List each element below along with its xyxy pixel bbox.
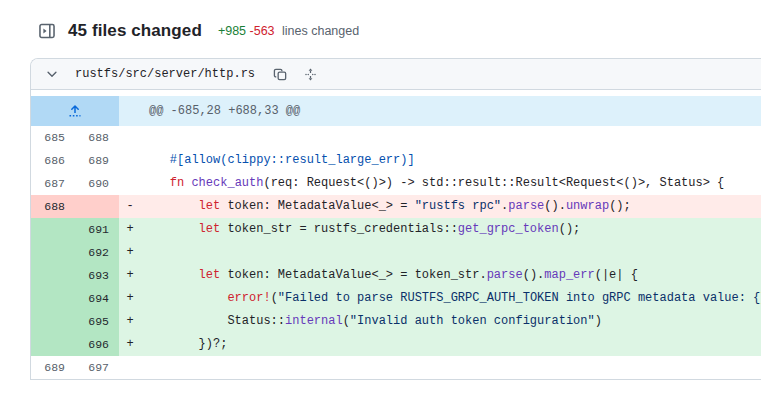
files-changed-title: 45 files changed [68, 21, 202, 41]
new-line-number[interactable]: 688 [75, 126, 119, 149]
new-line-number[interactable]: 689 [75, 149, 119, 172]
diff-rows: 685688686689 #[allow(clippy::result_larg… [31, 126, 761, 379]
new-line-number[interactable]: 692 [75, 241, 119, 264]
code-line: fn check_auth(req: Request<()>) -> std::… [141, 172, 761, 195]
old-line-number[interactable]: 685 [31, 126, 75, 149]
diff-marker: - [119, 195, 141, 218]
new-line-number[interactable]: 694 [75, 287, 119, 310]
diff-marker [119, 172, 141, 195]
diff-marker [119, 356, 141, 379]
code-line: let token: MetadataValue<_> = token_str.… [141, 264, 761, 287]
code-token: "rustfs rpc" [415, 199, 501, 213]
code-token: fn [170, 176, 184, 190]
diff-marker: + [119, 241, 141, 264]
code-token: token: MetadataValue<_> = [220, 199, 414, 213]
code-token: (); [609, 199, 631, 213]
code-token [141, 291, 227, 305]
old-line-number[interactable] [31, 333, 75, 356]
expand-hunk-button[interactable] [31, 96, 119, 126]
code-token: map_err [544, 268, 594, 282]
deletions-count: -563 [250, 24, 275, 38]
hunk-header-text: @@ -685,28 +688,33 @@ [119, 96, 761, 126]
diff-row: 692+ [31, 241, 761, 264]
new-line-number[interactable] [75, 195, 119, 218]
old-line-number[interactable] [31, 287, 75, 310]
new-line-number[interactable]: 690 [75, 172, 119, 195]
diff-row: 689697 [31, 356, 761, 379]
code-token: (|e| { [595, 268, 638, 282]
drag-handle-icon [303, 67, 318, 82]
old-line-number[interactable]: 686 [31, 149, 75, 172]
diff-marker: + [119, 287, 141, 310]
copy-icon [273, 67, 288, 82]
new-line-number[interactable]: 697 [75, 356, 119, 379]
hunk-header-row: @@ -685,28 +688,33 @@ [31, 96, 761, 126]
old-line-number[interactable] [31, 241, 75, 264]
code-token: parse [508, 199, 544, 213]
code-token: token_str = rustfs_credentials:: [220, 222, 458, 236]
code-line: #[allow(clippy::result_large_err)] [141, 149, 761, 172]
code-token: parse [487, 268, 523, 282]
diff-marker [119, 149, 141, 172]
file-diff-panel: rustfs/src/server/http.rs [30, 58, 761, 380]
code-line [141, 126, 761, 149]
code-token: Status:: [141, 314, 285, 328]
code-token: "Failed to parse RUSTFS_GRPC_AUTH_TOKEN … [278, 291, 761, 305]
code-token: internal [285, 314, 343, 328]
diff-summary-header: 45 files changed +985 -563 lines changed [0, 0, 761, 58]
code-token: token: MetadataValue<_> = token_str. [220, 268, 486, 282]
expand-up-icon [68, 103, 82, 119]
code-token: (). [544, 199, 566, 213]
code-token [141, 199, 199, 213]
code-line: let token: MetadataValue<_> = "rustfs rp… [141, 195, 761, 218]
old-line-number[interactable] [31, 310, 75, 333]
new-line-number[interactable]: 695 [75, 310, 119, 333]
new-line-number[interactable]: 696 [75, 333, 119, 356]
code-token: "Invalid auth token configuration" [350, 314, 595, 328]
additions-count: +985 [218, 24, 246, 38]
code-line [141, 241, 761, 264]
lines-changed-label: lines changed [282, 24, 359, 38]
diff-row: 694+ error!("Failed to parse RUSTFS_GRPC… [31, 287, 761, 310]
old-line-number[interactable] [31, 218, 75, 241]
diff-marker: + [119, 218, 141, 241]
code-line: error!("Failed to parse RUSTFS_GRPC_AUTH… [141, 287, 761, 310]
copy-path-button[interactable] [269, 63, 291, 85]
code-token [141, 268, 199, 282]
code-token: ( [271, 291, 278, 305]
old-line-number[interactable]: 688 [31, 195, 75, 218]
diff-marker: + [119, 333, 141, 356]
diff-row: 691+ let token_str = rustfs_credentials:… [31, 218, 761, 241]
chevron-down-icon [45, 67, 59, 81]
code-token [141, 176, 170, 190]
code-token: })?; [141, 337, 227, 351]
code-token: let [199, 222, 221, 236]
old-line-number[interactable]: 689 [31, 356, 75, 379]
collapse-file-button[interactable] [41, 63, 63, 85]
file-tree-toggle-button[interactable] [36, 20, 58, 42]
diff-marker: + [119, 310, 141, 333]
new-line-number[interactable]: 691 [75, 218, 119, 241]
code-token: check_auth [191, 176, 263, 190]
code-token: get_grpc_token [458, 222, 559, 236]
old-line-number[interactable] [31, 264, 75, 287]
code-line: let token_str = rustfs_credentials::get_… [141, 218, 761, 241]
file-diff-header: rustfs/src/server/http.rs [31, 59, 761, 90]
diff-row: 688- let token: MetadataValue<_> = "rust… [31, 195, 761, 218]
code-token: ( [343, 314, 350, 328]
code-token: error! [227, 291, 270, 305]
diff-marker [119, 126, 141, 149]
diff-row: 696+ })?; [31, 333, 761, 356]
old-line-number[interactable]: 687 [31, 172, 75, 195]
code-line [141, 356, 761, 379]
code-line: Status::internal("Invalid auth token con… [141, 310, 761, 333]
diff-row: 687690 fn check_auth(req: Request<()>) -… [31, 172, 761, 195]
diff-marker: + [119, 264, 141, 287]
file-path-link[interactable]: rustfs/src/server/http.rs [75, 67, 255, 81]
diff-row: 686689 #[allow(clippy::result_large_err)… [31, 149, 761, 172]
code-token [141, 222, 199, 236]
diff-row: 693+ let token: MetadataValue<_> = token… [31, 264, 761, 287]
drag-reorder-button[interactable] [299, 63, 321, 85]
code-token: (); [559, 222, 581, 236]
new-line-number[interactable]: 693 [75, 264, 119, 287]
